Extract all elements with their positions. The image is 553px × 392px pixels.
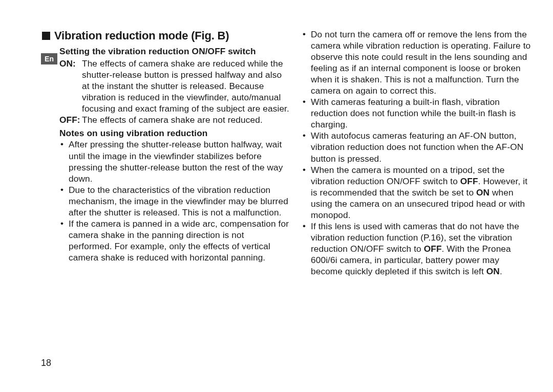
column-left: Vibration reduction mode (Fig. B) Settin… — [59, 29, 289, 277]
list-item: When the camera is mounted on a tripod, … — [302, 164, 531, 221]
language-tab: En — [41, 53, 57, 64]
notes-list-left: After pressing the shutter-release butto… — [59, 139, 289, 263]
manual-page: En Vibration reduction mode (Fig. B) Set… — [0, 0, 553, 392]
def-on-text: The effects of camera shake are reduced … — [82, 58, 289, 114]
list-item: If this lens is used with cameras that d… — [302, 221, 531, 277]
content-columns: Vibration reduction mode (Fig. B) Settin… — [41, 29, 531, 277]
def-on: ON: The effects of camera shake are redu… — [59, 58, 289, 114]
square-bullet-icon — [42, 32, 50, 40]
on-off-definitions: ON: The effects of camera shake are redu… — [59, 58, 289, 125]
def-on-label: ON: — [59, 58, 82, 114]
page-number: 18 — [41, 358, 51, 368]
subheading-on-off: Setting the vibration reduction ON/OFF s… — [59, 46, 289, 57]
notes-list-right: Do not turn the camera off or remove the… — [302, 29, 531, 277]
def-off-label: OFF: — [59, 114, 82, 125]
section-heading: Vibration reduction mode (Fig. B) — [42, 29, 289, 43]
def-off: OFF: The effects of camera shake are not… — [59, 114, 289, 125]
heading-text: Vibration reduction mode (Fig. B) — [54, 29, 229, 42]
list-item: Do not turn the camera off or remove the… — [302, 29, 531, 96]
list-item: With cameras featuring a built-in flash,… — [302, 96, 531, 130]
notes-heading: Notes on using vibration reduction — [59, 127, 289, 139]
list-item: With autofocus cameras featuring an AF-O… — [302, 130, 531, 164]
column-right: Do not turn the camera off or remove the… — [302, 29, 531, 277]
list-item: After pressing the shutter-release butto… — [59, 139, 289, 184]
def-off-text: The effects of camera shake are not redu… — [82, 114, 289, 125]
list-item: Due to the characteristics of the vibrat… — [59, 184, 289, 218]
list-item: If the camera is panned in a wide arc, c… — [59, 218, 289, 263]
